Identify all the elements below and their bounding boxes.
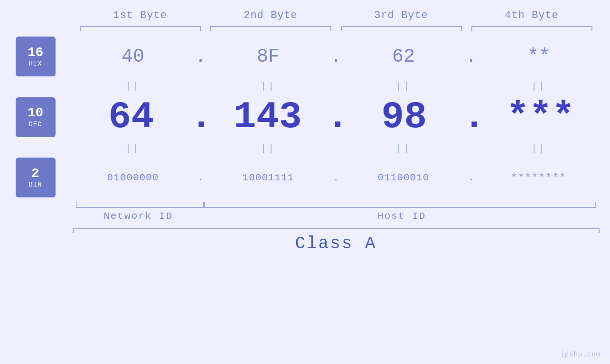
bin-dot2: . [329, 172, 343, 183]
dec-badge: 10 DEC [16, 97, 56, 137]
bin-badge-num: 2 [31, 167, 39, 181]
dec-dot1: . [190, 95, 209, 139]
eq2-b2: || [208, 143, 329, 154]
hex-dot1: . [194, 46, 208, 67]
class-section-row: Class A [11, 228, 600, 253]
bin-badge-container: 2 BIN [11, 158, 73, 197]
hex-b2-cell: 8F [208, 46, 329, 67]
bin-dot1: . [194, 172, 208, 183]
bottom-brackets-container: Network ID Host ID [73, 201, 600, 222]
header-byte4: 4th Byte [467, 9, 597, 21]
eq2-b1: || [73, 143, 194, 154]
header-byte2: 2nd Byte [206, 9, 336, 21]
bin-b2-cell: 10001111 [208, 172, 329, 183]
hex-badge-num: 16 [28, 46, 44, 60]
eq1-b1: || [73, 81, 194, 92]
eq1-b4: || [479, 81, 600, 92]
bin-dot3: . [464, 172, 479, 183]
bottom-brackets-row [73, 201, 600, 208]
dec-badge-base: DEC [28, 121, 42, 128]
bottom-label-section: Network ID Host ID [11, 201, 600, 222]
dec-badge-container: 10 DEC [11, 97, 73, 137]
top-bracket-4 [471, 26, 592, 27]
hex-badge-base: HEX [28, 60, 42, 67]
top-brackets [75, 26, 597, 27]
dec-row: 64 . 143 . 98 . *** [73, 95, 600, 139]
equals-row-2: || || || || [11, 139, 600, 158]
dec-dot2: . [327, 95, 346, 139]
header-byte3: 3rd Byte [336, 9, 467, 21]
equals-row-1: || || || || [11, 76, 600, 95]
hex-row-group: 16 HEX 40 . 8F . 62 . [11, 37, 600, 76]
equals-1-cells: || || || || [73, 81, 600, 92]
network-id-label: Network ID [73, 211, 205, 222]
watermark: ipshu.com [560, 351, 601, 358]
header-byte1: 1st Byte [75, 9, 206, 21]
hex-b4-cell: ** [479, 46, 600, 67]
dec-row-group: 10 DEC 64 . 143 . 98 . *** [11, 95, 600, 139]
hex-row: 40 . 8F . 62 . ** [73, 46, 600, 67]
hex-b1-value: 40 [122, 56, 144, 64]
hex-dot3: . [464, 46, 479, 67]
host-id-label: Host ID [204, 211, 600, 222]
hex-badge-container: 16 HEX [11, 37, 73, 76]
eq2-b3: || [343, 143, 464, 154]
eq1-b3: || [343, 81, 464, 92]
bin-row-group: 2 BIN 01000000 . 10001111 . 01100010 . * [11, 158, 600, 197]
id-labels-row: Network ID Host ID [73, 211, 600, 222]
bin-b3-cell: 01100010 [343, 172, 464, 183]
hex-b3-cell: 62 [343, 46, 464, 67]
data-section: 16 HEX 40 . 8F . 62 . [11, 37, 600, 197]
hex-dot2: . [329, 46, 343, 67]
class-bracket-line [73, 228, 600, 229]
bin-b1-cell: 01000000 [73, 172, 194, 183]
class-label: Class A [73, 234, 600, 253]
bin-b4-cell: ******** [479, 172, 600, 183]
dec-dot3: . [463, 95, 482, 139]
hex-badge: 16 HEX [16, 37, 56, 76]
bin-badge: 2 BIN [16, 158, 56, 197]
top-bracket-3 [341, 26, 462, 27]
hex-b1-cell: 40 [73, 46, 194, 67]
class-left-spacer [11, 228, 73, 253]
bottom-left-spacer [11, 201, 73, 222]
host-bracket [204, 201, 600, 208]
dec-badge-num: 10 [28, 106, 44, 121]
eq2-b4: || [479, 143, 600, 154]
dec-b2-cell: 143 [209, 95, 327, 139]
top-bracket-1 [80, 26, 201, 27]
top-bracket-2 [210, 26, 331, 27]
byte-headers: 1st Byte 2nd Byte 3rd Byte 4th Byte [75, 9, 597, 21]
equals-2-cells: || || || || [73, 143, 600, 154]
class-bracket-container: Class A [73, 228, 600, 253]
dec-b4-cell: *** [482, 95, 600, 139]
net-bracket [73, 201, 205, 208]
dec-b3-cell: 98 [346, 95, 463, 139]
bin-row: 01000000 . 10001111 . 01100010 . *******… [73, 172, 600, 183]
eq1-b2: || [208, 81, 329, 92]
main-container: 1st Byte 2nd Byte 3rd Byte 4th Byte 16 H… [0, 0, 610, 364]
dec-b1-cell: 64 [73, 95, 190, 139]
bin-badge-base: BIN [28, 181, 42, 188]
